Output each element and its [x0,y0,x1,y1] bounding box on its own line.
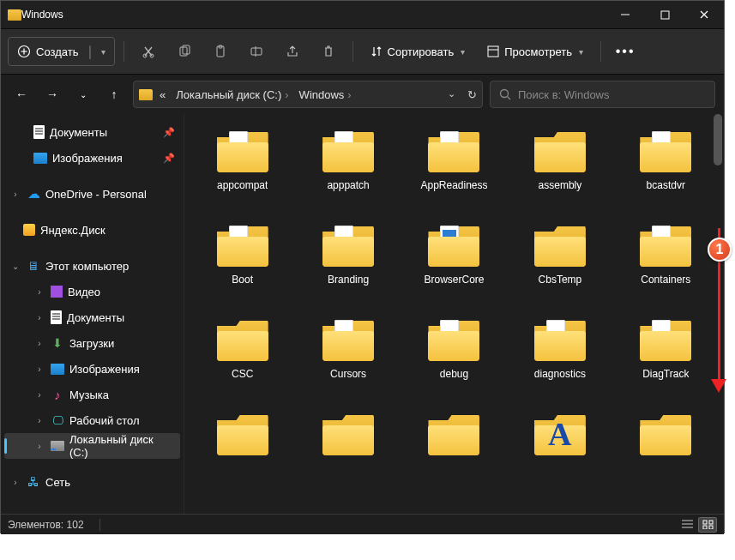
folder-icon [217,318,268,361]
folder-item[interactable]: AppReadiness [401,124,507,215]
close-button[interactable] [684,1,724,28]
video-icon [51,286,63,298]
recent-button[interactable]: ⌄ [71,82,95,106]
drive-icon [51,441,64,451]
view-button[interactable]: Просмотреть▾ [479,37,592,66]
view-icon [487,45,499,57]
folder-icon [428,224,479,267]
sidebar-item-music[interactable]: ›♪Музыка [4,382,180,407]
maximize-button[interactable] [645,1,684,28]
more-button[interactable]: ••• [610,37,641,66]
sort-icon [371,45,383,57]
sidebar-item-yandex[interactable]: Яндекс.Диск [4,217,180,243]
folder-item[interactable] [613,407,719,498]
pin-icon: 📌 [163,127,175,138]
sidebar-item-video[interactable]: ›Видео [4,279,180,304]
window-title: Windows [21,9,63,21]
refresh-button[interactable]: ↻ [467,88,477,101]
folder-icon [322,412,374,455]
folder-icon [534,224,586,267]
folder-item[interactable]: appcompat [190,124,295,215]
scrollbar-thumb[interactable] [714,114,722,166]
expand-icon[interactable]: › [9,190,21,199]
document-icon [51,310,62,324]
folder-icon [640,318,691,361]
folder-item[interactable]: Containers [613,219,719,310]
folder-item[interactable]: CSC [190,313,295,404]
folder-label: DiagTrack [642,368,689,380]
folder-item[interactable] [295,407,401,498]
back-button[interactable]: ← [9,82,33,106]
folder-icon: A [534,412,586,455]
folder-item[interactable] [401,407,507,498]
sidebar-item-cdrive[interactable]: ›Локальный диск (C:) [4,433,180,459]
folder-icon [322,224,374,267]
folder-item[interactable]: debug [401,313,507,404]
toolbar: Создать │▾ Сортировать▾ Просмотреть▾ ••• [1,29,724,74]
address-bar[interactable]: « Локальный диск (C:) › Windows › ⌄ ↻ [133,81,483,108]
up-button[interactable]: ↑ [102,82,126,106]
folder-item[interactable]: BrowserCore [401,219,507,310]
folder-item[interactable]: DiagTrack [613,313,719,404]
folder-icon [640,224,691,267]
folder-item[interactable]: Boot [190,219,295,310]
folder-item[interactable]: assembly [507,124,612,215]
view-label: Просмотреть [504,45,572,58]
folder-label: CbsTemp [539,274,582,286]
folder-label: bcastdvr [647,179,685,191]
folder-item[interactable] [190,407,295,498]
svg-rect-23 [709,521,713,524]
sidebar-item-downloads[interactable]: ›⬇Загрузки [4,330,180,356]
search-input[interactable]: Поиск в: Windows [490,81,715,108]
folder-item[interactable]: Cursors [295,313,401,404]
icons-view-button[interactable] [698,517,717,533]
sidebar-item-documents2[interactable]: ›Документы [4,304,180,330]
sidebar-item-documents[interactable]: Документы📌 [4,119,180,145]
sort-label: Сортировать [388,45,455,58]
rename-button[interactable] [241,37,272,66]
copy-button[interactable] [169,37,200,66]
folder-label: Boot [232,274,253,286]
sort-button[interactable]: Сортировать▾ [362,37,474,66]
folder-label: apppatch [327,179,369,191]
share-button[interactable] [277,37,308,66]
folder-grid: appcompat apppatch AppReadiness assembly [184,114,724,498]
folder-icon [322,318,374,361]
sidebar-item-thispc[interactable]: ⌄🖥Этот компьютер [4,253,180,279]
address-dropdown-icon[interactable]: ⌄ [448,88,455,101]
navbar: ← → ⌄ ↑ « Локальный диск (C:) › Windows … [1,75,724,114]
folder-item[interactable]: Branding [295,219,401,310]
minimize-button[interactable] [605,1,645,28]
folder-item[interactable]: CbsTemp [507,219,612,310]
folder-item[interactable]: diagnostics [507,313,612,404]
annotation-badge-1: 1 [708,238,732,262]
cut-button[interactable] [133,37,164,66]
sidebar-item-onedrive[interactable]: ›☁OneDrive - Personal [4,181,180,207]
new-button[interactable]: Создать │▾ [8,37,115,66]
folder-icon [640,412,691,455]
details-view-button[interactable] [678,517,696,533]
new-label: Создать [36,45,78,58]
folder-icon [428,412,479,455]
folder-item[interactable]: apppatch [295,124,401,215]
crumb-folder[interactable]: Windows › [296,88,355,101]
folder-item[interactable]: A [507,407,612,498]
crumb-drive[interactable]: Локальный диск (C:) › [172,88,292,101]
collapse-icon[interactable]: ⌄ [9,262,21,271]
delete-button[interactable] [313,37,344,66]
folder-label: debug [440,368,468,380]
sidebar-item-pictures2[interactable]: ›Изображения [4,356,180,382]
folder-icon [428,318,479,361]
svg-rect-13 [251,48,262,55]
folder-item[interactable]: bcastdvr [613,124,719,215]
crumb-root[interactable]: « [156,88,169,101]
folder-label: Branding [328,274,369,286]
svg-rect-15 [488,46,498,57]
sidebar-item-desktop[interactable]: ›🖵Рабочий стол [4,407,180,433]
folder-icon [217,412,268,455]
forward-button[interactable]: → [40,82,64,106]
sidebar-item-network[interactable]: ›🖧Сеть [4,469,180,495]
paste-button[interactable] [205,37,236,66]
sidebar-item-pictures[interactable]: Изображения📌 [4,145,180,171]
folder-icon [322,129,374,172]
